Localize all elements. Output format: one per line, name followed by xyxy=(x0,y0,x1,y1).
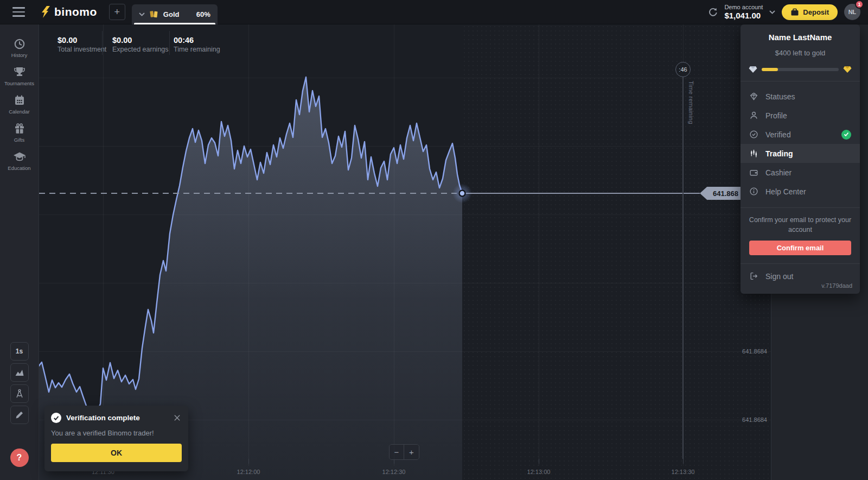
chevron-down-icon[interactable] xyxy=(769,10,775,14)
close-icon[interactable] xyxy=(173,413,182,422)
trophy-icon xyxy=(13,66,26,79)
left-sidebar: History Tournaments Calendar Gifts xyxy=(0,24,39,480)
sidebar-item-education[interactable]: Education xyxy=(0,147,39,175)
zoom-out-button[interactable]: − xyxy=(390,445,404,459)
time-axis-tick xyxy=(539,459,539,464)
gift-icon xyxy=(13,122,26,135)
sidebar-label: Calendar xyxy=(9,109,30,115)
stat-label: Total investment xyxy=(58,46,106,53)
menu-hamburger-button[interactable] xyxy=(5,0,31,24)
stat-total-investment: $0.00 Total investment xyxy=(58,36,106,53)
silver-gem-icon xyxy=(749,66,757,73)
check-icon xyxy=(844,132,849,137)
menu-item-statuses[interactable]: Statuses xyxy=(741,87,860,106)
success-check-icon xyxy=(51,413,61,423)
chart-tools: 1s xyxy=(10,342,29,424)
new-asset-tab-button[interactable]: + xyxy=(109,4,125,20)
time-axis-label: 12:12:00 xyxy=(229,469,267,475)
expiry-timer-badge: :46 xyxy=(675,62,691,77)
chevron-down-icon xyxy=(139,12,145,16)
stat-time-remaining: 00:46 Time remaining xyxy=(174,36,220,53)
price-axis-label: 641.8684 xyxy=(742,348,767,355)
help-button[interactable]: ? xyxy=(10,449,29,467)
user-name: Name LastName xyxy=(741,24,860,42)
binomo-logo: binomo xyxy=(41,5,97,18)
gold-gem-icon xyxy=(843,66,852,73)
account-switcher[interactable]: Demo account $1,041.00 xyxy=(724,4,763,20)
gold-bars-icon xyxy=(149,10,159,19)
expiry-timer-label: Time remaining xyxy=(688,81,694,124)
status-progress-bar xyxy=(741,66,860,73)
time-axis-label: 12:12:30 xyxy=(375,469,413,475)
menu-label: Trading xyxy=(765,149,793,158)
graduation-cap-icon xyxy=(13,150,26,163)
time-axis-label: 12:13:30 xyxy=(664,469,702,475)
menu-label: Statuses xyxy=(765,92,795,101)
sign-out-label: Sign out xyxy=(765,272,793,281)
ok-button[interactable]: OK xyxy=(51,444,182,462)
pencil-icon xyxy=(14,409,25,420)
sidebar-item-history[interactable]: History xyxy=(0,34,39,62)
asset-tab-gold[interactable]: Gold 60% xyxy=(132,4,218,24)
asset-name: Gold xyxy=(163,10,180,18)
verification-toast: Verification complete You are a verified… xyxy=(44,406,188,471)
sidebar-item-tournaments[interactable]: Tournaments xyxy=(0,62,39,90)
deposit-label: Deposit xyxy=(803,8,829,16)
sidebar-label: Tournaments xyxy=(4,80,34,86)
logo-text: binomo xyxy=(54,5,97,18)
sign-out-icon xyxy=(749,271,758,281)
lightning-bolt-icon xyxy=(41,6,50,18)
drawing-tool-button[interactable] xyxy=(10,406,29,424)
person-icon xyxy=(749,111,758,120)
avatar[interactable]: NL 1 xyxy=(844,4,860,20)
time-axis-label: 12:13:00 xyxy=(520,469,558,475)
menu-item-profile[interactable]: Profile xyxy=(741,106,860,125)
status-progress-note: $400 left to gold xyxy=(741,49,860,57)
drafting-compass-icon xyxy=(14,388,25,399)
menu-item-trading[interactable]: Trading xyxy=(741,144,860,163)
topbar-right: Demo account $1,041.00 Deposit NL 1 xyxy=(707,4,868,20)
info-circle-icon xyxy=(749,187,758,196)
indicators-button[interactable] xyxy=(10,384,29,403)
sign-out-button[interactable]: Sign out xyxy=(741,264,860,281)
toast-title: Verification complete xyxy=(66,414,140,422)
timeframe-button[interactable]: 1s xyxy=(10,342,29,361)
trade-stats: $0.00 Total investment $0.00 Expected ea… xyxy=(39,24,365,59)
sidebar-label: Education xyxy=(8,165,30,171)
menu-label: Cashier xyxy=(765,168,792,177)
sidebar-label: History xyxy=(11,52,28,58)
progress-fill xyxy=(762,68,778,71)
stat-label: Time remaining xyxy=(174,46,220,53)
candlestick-chart-icon xyxy=(749,149,758,158)
menu-item-help-center[interactable]: Help Center xyxy=(741,182,860,201)
progress-track xyxy=(762,68,839,71)
sidebar-item-gifts[interactable]: Gifts xyxy=(0,118,39,147)
user-menu-panel: Name LastName $400 left to gold Statuses xyxy=(741,24,860,294)
stat-expected-earnings: $0.00 Expected earnings xyxy=(112,36,169,53)
clock-icon xyxy=(13,37,26,50)
confirm-email-note: Confirm your email to protect your accou… xyxy=(741,215,860,235)
menu-label: Help Center xyxy=(765,187,806,196)
time-axis-tick xyxy=(683,459,684,464)
stat-value: 00:46 xyxy=(174,36,220,45)
account-type: Demo account xyxy=(724,4,763,11)
stat-label: Expected earnings xyxy=(112,46,169,53)
active-tab-underline xyxy=(134,23,215,24)
refresh-icon[interactable] xyxy=(707,7,718,17)
topbar: binomo + Gold 60% Demo account $1,041.00 xyxy=(0,0,868,24)
wallet-icon xyxy=(749,168,758,177)
sidebar-label: Gifts xyxy=(14,137,25,143)
menu-label: Profile xyxy=(765,111,787,120)
time-axis-tick xyxy=(248,459,249,464)
menu-item-cashier[interactable]: Cashier xyxy=(741,163,860,182)
stats-divider xyxy=(102,31,103,55)
chart-type-button[interactable] xyxy=(10,363,29,382)
chart-zoom-control: − + xyxy=(389,444,419,460)
diamond-icon xyxy=(749,92,758,101)
sidebar-item-calendar[interactable]: Calendar xyxy=(0,90,39,118)
zoom-in-button[interactable]: + xyxy=(404,445,419,459)
avatar-initials: NL xyxy=(848,9,857,15)
deposit-button[interactable]: Deposit xyxy=(782,4,838,20)
menu-item-verified[interactable]: Verified xyxy=(741,125,860,144)
confirm-email-button[interactable]: Confirm email xyxy=(749,241,851,255)
